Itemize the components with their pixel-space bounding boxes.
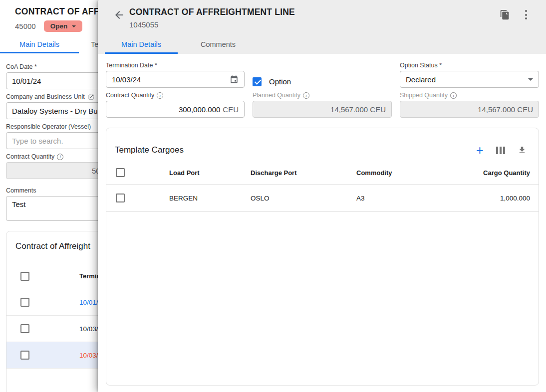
column-header-cargo-quantity: Cargo Quantity bbox=[483, 169, 539, 177]
termination-date-link[interactable]: 10/03/ bbox=[79, 352, 98, 359]
back-arrow-icon[interactable] bbox=[113, 9, 125, 21]
panel-tabs: Main Details Comments bbox=[105, 36, 259, 54]
coa-line-detail-panel: CONTRACT OF AFFREIGHTMENT LINE 1045055 M… bbox=[98, 0, 546, 392]
option-status-select[interactable]: Declared bbox=[400, 71, 539, 88]
termination-date-input[interactable]: 10/03/24 bbox=[106, 71, 245, 88]
add-cargo-icon[interactable]: + bbox=[476, 145, 484, 155]
panel-title: CONTRACT OF AFFREIGHTMENT LINE bbox=[129, 7, 295, 17]
select-all-checkbox[interactable] bbox=[20, 272, 29, 281]
column-header-commodity: CommodityCargo Quantity bbox=[356, 169, 539, 177]
load-port-cell: BERGEN bbox=[169, 195, 251, 202]
record-id: 45000 bbox=[15, 22, 36, 30]
columns-icon[interactable] bbox=[496, 147, 506, 154]
open-in-new-icon[interactable] bbox=[88, 94, 94, 100]
shipped-quantity-readonly: 14,567.000 CEU bbox=[400, 101, 539, 118]
column-header-discharge-port: Discharge Port bbox=[251, 169, 356, 177]
termination-date-label: Termination Date * bbox=[106, 62, 245, 69]
template-cargoes-title: Template Cargoes bbox=[115, 145, 184, 155]
table-row[interactable]: BERGEN OSLO A31,000.000 bbox=[106, 185, 539, 212]
info-icon: i bbox=[157, 92, 163, 99]
column-header-load-port: Load Port bbox=[169, 169, 251, 177]
option-status-label: Option Status * bbox=[400, 62, 539, 69]
contract-quantity-label: Contract Quantity i bbox=[106, 92, 245, 99]
planned-quantity-readonly: 14,567.000 CEU bbox=[253, 101, 392, 118]
select-all-checkbox[interactable] bbox=[116, 168, 125, 177]
panel-header: CONTRACT OF AFFREIGHTMENT LINE 1045055 M… bbox=[98, 0, 546, 54]
panel-record-id: 1045055 bbox=[129, 20, 158, 29]
info-icon: i bbox=[303, 92, 309, 99]
option-checkbox[interactable] bbox=[253, 77, 262, 86]
template-cargoes-card: Template Cargoes + Load Port Discharge P… bbox=[106, 128, 539, 386]
tab-comments[interactable]: Comments bbox=[178, 36, 259, 54]
calendar-icon[interactable] bbox=[230, 75, 239, 84]
unit-suffix: CEU bbox=[223, 105, 239, 114]
discharge-port-cell: OSLO bbox=[251, 195, 356, 202]
chevron-down-icon bbox=[72, 25, 76, 27]
termination-date-link[interactable]: 10/01/ bbox=[79, 299, 98, 306]
status-badge-label: Open bbox=[50, 22, 68, 30]
info-icon: i bbox=[450, 92, 457, 99]
template-cargoes-table-header: Load Port Discharge Port CommodityCargo … bbox=[106, 161, 539, 185]
option-label: Option bbox=[269, 77, 291, 86]
cargo-quantity-cell: 1,000.000 bbox=[500, 195, 539, 202]
chevron-down-icon bbox=[528, 78, 533, 81]
tab-main-details[interactable]: Main Details bbox=[0, 36, 79, 53]
info-icon: i bbox=[57, 154, 63, 160]
status-badge[interactable]: Open bbox=[44, 20, 83, 32]
row-checkbox[interactable] bbox=[20, 324, 29, 333]
contract-quantity-input[interactable]: 300,000.000 CEU bbox=[106, 101, 245, 118]
commodity-cell: A31,000.000 bbox=[356, 195, 539, 202]
row-checkbox[interactable] bbox=[20, 298, 29, 307]
copy-icon[interactable] bbox=[500, 9, 510, 20]
planned-quantity-label: Planned Quantity i bbox=[253, 92, 392, 99]
termination-date-link[interactable]: 10/03/ bbox=[79, 325, 98, 333]
row-checkbox[interactable] bbox=[20, 351, 29, 360]
kebab-menu-icon[interactable] bbox=[524, 9, 528, 20]
shipped-quantity-label: Shipped Quantity i bbox=[400, 92, 539, 99]
row-checkbox[interactable] bbox=[116, 194, 125, 202]
download-icon[interactable] bbox=[518, 146, 527, 155]
tab-main-details[interactable]: Main Details bbox=[105, 36, 178, 54]
